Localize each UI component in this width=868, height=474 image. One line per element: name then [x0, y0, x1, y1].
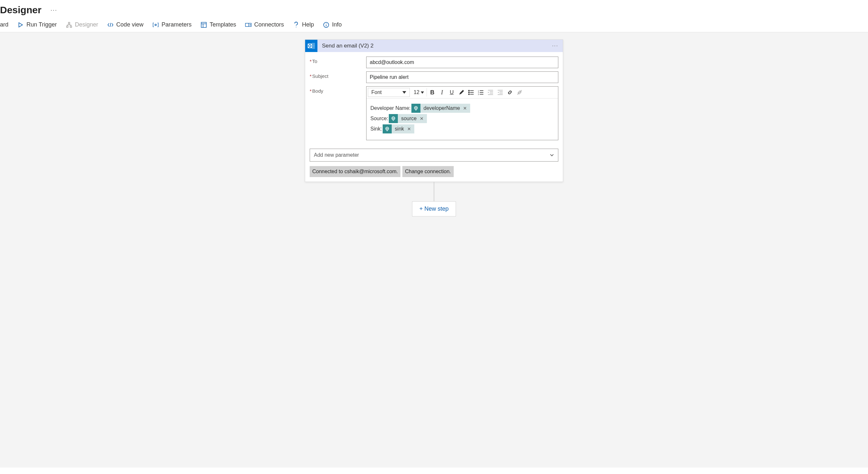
outdent-button[interactable] — [486, 88, 495, 97]
text-color-button[interactable] — [457, 88, 466, 97]
outdent-icon — [488, 89, 493, 95]
font-picker-label: Font — [371, 89, 382, 95]
underline-icon: U — [450, 89, 454, 96]
bullet-list-icon — [468, 89, 474, 95]
parameters-label: Parameters — [161, 21, 191, 28]
help-icon — [293, 22, 299, 28]
svg-point-17 — [469, 90, 469, 91]
svg-rect-3 — [70, 26, 72, 27]
dynamic-token[interactable]: sink✕ — [383, 124, 414, 134]
svg-rect-1 — [68, 22, 70, 24]
templates-icon — [200, 22, 207, 28]
svg-rect-15 — [312, 46, 315, 49]
new-step-button[interactable]: + New step — [412, 201, 456, 216]
link-icon — [507, 89, 513, 95]
unlink-button[interactable] — [515, 88, 524, 97]
field-row-to: *To — [310, 57, 558, 68]
body-line-prefix: Source: — [370, 113, 388, 124]
designer-canvas: Send an email (V2) 2 ··· *To *Subject *B… — [0, 32, 868, 468]
dynamic-token[interactable]: developerName✕ — [411, 104, 470, 113]
page-title: Designer — [0, 4, 41, 16]
token-remove-icon[interactable]: ✕ — [407, 124, 414, 134]
font-picker[interactable]: Font — [368, 88, 410, 97]
connectors-button[interactable]: Connectors — [245, 21, 284, 28]
svg-rect-2 — [66, 26, 68, 27]
token-label: developerName — [421, 103, 463, 113]
templates-label: Templates — [210, 21, 236, 28]
card-more-icon[interactable]: ··· — [552, 43, 563, 49]
svg-text:3: 3 — [478, 93, 479, 95]
indent-button[interactable] — [495, 88, 505, 97]
pencil-icon — [459, 89, 464, 95]
italic-icon: I — [441, 89, 443, 96]
info-icon — [323, 22, 330, 28]
code-icon — [107, 22, 114, 28]
card-body: *To *Subject *Body F — [305, 52, 563, 146]
rich-text-editor: Font 12 B I U — [366, 86, 558, 140]
help-label: Help — [302, 21, 314, 28]
token-remove-icon[interactable]: ✕ — [419, 114, 427, 123]
bullet-list-button[interactable] — [466, 88, 476, 97]
to-input[interactable] — [366, 57, 558, 68]
at-brackets-icon — [152, 22, 159, 28]
italic-button[interactable]: I — [437, 88, 447, 97]
indent-icon — [497, 89, 503, 95]
token-remove-icon[interactable]: ✕ — [462, 104, 470, 113]
field-row-body: *Body Font 12 — [310, 86, 558, 140]
templates-button[interactable]: Templates — [200, 21, 236, 28]
svg-rect-5 — [201, 22, 206, 27]
designer-label: Designer — [75, 21, 98, 28]
rich-text-toolbar: Font 12 B I U — [367, 87, 558, 98]
svg-point-9 — [296, 27, 297, 27]
connectors-icon — [245, 22, 252, 28]
new-step-label: + New step — [420, 206, 449, 212]
globe-icon — [411, 104, 421, 113]
code-view-button[interactable]: Code view — [107, 21, 144, 28]
breadcrumb-fragment: ard — [0, 21, 8, 28]
svg-point-19 — [469, 92, 469, 93]
info-button[interactable]: Info — [323, 21, 342, 28]
body-line: Developer Name: developerName✕ — [370, 103, 554, 113]
parameters-button[interactable]: Parameters — [152, 21, 191, 28]
svg-marker-0 — [19, 23, 22, 27]
svg-point-11 — [326, 23, 327, 24]
link-button[interactable] — [505, 88, 515, 97]
add-parameter-dropdown[interactable]: Add new parameter — [310, 149, 558, 161]
change-connection-link[interactable]: Change connection. — [402, 166, 454, 177]
connection-strip: Connected to cshaik@microsoft.com. Chang… — [305, 166, 563, 182]
number-list-button[interactable]: 123 — [476, 88, 486, 97]
body-line-prefix: Developer Name: — [370, 103, 411, 113]
svg-rect-14 — [312, 43, 315, 46]
designer-button: Designer — [66, 21, 98, 28]
info-label: Info — [332, 21, 342, 28]
globe-icon — [383, 124, 392, 134]
subject-label: *Subject — [310, 71, 366, 79]
body-editor-content[interactable]: Developer Name: developerName✕Source: so… — [367, 98, 558, 140]
action-card-send-email: Send an email (V2) 2 ··· *To *Subject *B… — [305, 39, 563, 182]
help-button[interactable]: Help — [293, 21, 314, 28]
dynamic-token[interactable]: source✕ — [389, 114, 427, 123]
run-trigger-button[interactable]: Run Trigger — [18, 21, 57, 28]
globe-icon — [389, 114, 398, 123]
body-line-prefix: Sink: — [370, 124, 382, 134]
command-bar: ard Run Trigger Designer Code view — [0, 21, 868, 32]
chevron-down-icon — [421, 91, 424, 94]
chevron-down-icon — [550, 153, 554, 157]
body-label: *Body — [310, 86, 366, 94]
unlink-icon — [517, 89, 523, 95]
sitemap-icon — [66, 22, 72, 28]
underline-button[interactable]: U — [447, 88, 457, 97]
titlebar: Designer ··· — [0, 0, 868, 21]
subject-input[interactable] — [366, 71, 558, 83]
connectors-label: Connectors — [254, 21, 284, 28]
card-header[interactable]: Send an email (V2) 2 ··· — [305, 40, 563, 52]
body-line: Source: source✕ — [370, 113, 554, 124]
bold-button[interactable]: B — [428, 88, 437, 97]
connector-line — [434, 182, 434, 201]
body-line: Sink: sink✕ — [370, 124, 554, 134]
run-trigger-label: Run Trigger — [27, 21, 57, 28]
title-more-icon[interactable]: ··· — [51, 7, 57, 13]
bold-icon: B — [430, 89, 434, 96]
card-title: Send an email (V2) 2 — [317, 43, 552, 49]
font-size-picker[interactable]: 12 — [412, 88, 426, 97]
